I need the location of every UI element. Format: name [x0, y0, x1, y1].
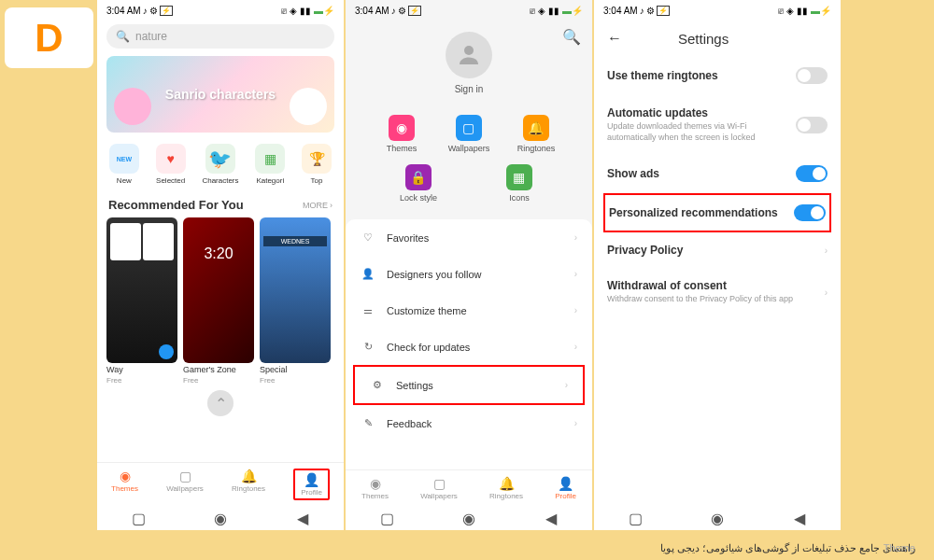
category-selected[interactable]: ♥ Selected [156, 144, 186, 185]
user-avatar[interactable] [446, 32, 492, 78]
theme-price: Free [106, 376, 177, 385]
signin-link[interactable]: Sign in [346, 84, 592, 94]
menu-designers[interactable]: 👤 Designers you follow › [346, 256, 592, 292]
chevron-right-icon: › [330, 201, 333, 210]
setting-auto-updates[interactable]: Automatic updates Update downloaded them… [607, 95, 828, 154]
grid-label: Themes [387, 144, 417, 153]
theme-card-gamer[interactable]: 3:20 Gamer's Zone Free [183, 217, 254, 385]
theme-price: Free [260, 376, 331, 385]
system-nav: ▢ ◉ ◀ [594, 506, 841, 530]
category-new[interactable]: NEW New [109, 144, 139, 185]
nav-wallpapers[interactable]: ▢ Wallpapers [420, 476, 458, 500]
nav-themes[interactable]: ◉ Themes [361, 476, 389, 500]
nav-themes[interactable]: ◉ Themes [111, 469, 138, 500]
category-kategori[interactable]: ▦ Kategori [255, 144, 285, 185]
back-icon[interactable]: ◀ [296, 511, 309, 525]
setting-withdrawal[interactable]: Withdrawal of consent Withdraw consent t… [607, 268, 828, 316]
toggle-switch[interactable] [796, 67, 828, 84]
setting-privacy[interactable]: Privacy Policy › [607, 232, 828, 268]
category-top[interactable]: 🏆 Top [302, 144, 332, 185]
back-icon[interactable]: ◀ [545, 511, 558, 525]
bottom-nav: ◉ Themes ▢ Wallpapers 🔔 Ringtones 👤 Prof… [97, 462, 344, 506]
gear-icon: ⚙ [646, 6, 655, 16]
nav-wallpapers[interactable]: ▢ Wallpapers [166, 469, 204, 500]
status-bar: 3:04 AM ♪ ⚙ ⚡ ⎚ ◈ ▮▮ ▬⚡ [594, 0, 841, 21]
home-icon[interactable]: ◉ [462, 511, 475, 525]
nav-label: Profile [555, 492, 576, 500]
search-input[interactable]: 🔍 nature [106, 24, 334, 49]
grid-lock[interactable]: 🔒 Lock style [385, 159, 451, 208]
grid-label: Icons [509, 193, 530, 203]
bottom-nav: ◉ Themes ▢ Wallpapers 🔔 Ringtones 👤 Prof… [346, 469, 592, 506]
setting-title: Use theme ringtones [607, 69, 796, 82]
scroll-up-button[interactable]: ⌃ [207, 390, 234, 416]
cast-icon: ⎚ [530, 6, 535, 16]
search-icon[interactable]: 🔍 [562, 28, 581, 46]
setting-theme-ringtones[interactable]: Use theme ringtones [607, 56, 828, 95]
menu-customize[interactable]: ⚌ Customize theme › [346, 292, 592, 329]
menu-feedback[interactable]: ✎ Feedback › [346, 405, 592, 441]
nav-profile[interactable]: 👤 Profile [555, 476, 576, 500]
refresh-icon: ↻ [361, 341, 375, 353]
profile-screen: 3:04 AM ♪ ⚙ ⚡ ⎚ ◈ ▮▮ ▬⚡ 🔍 Sign in ◉ Them… [346, 0, 592, 530]
nav-label: Themes [361, 492, 389, 500]
category-characters[interactable]: 🐦 Characters [202, 144, 238, 185]
back-button[interactable]: ← [607, 30, 622, 47]
toggle-switch[interactable] [796, 165, 828, 182]
menu-settings[interactable]: ⚙ Settings › [353, 365, 585, 405]
grid-wallpapers[interactable]: ▢ Wallpapers [435, 109, 502, 159]
toggle-switch[interactable] [794, 204, 826, 221]
chevron-right-icon: › [574, 269, 577, 279]
profile-icon: 👤 [558, 476, 573, 491]
theme-card-special[interactable]: WEDNES Special Free [260, 217, 331, 385]
recent-apps-icon[interactable]: ▢ [132, 511, 145, 525]
toggle-switch[interactable] [796, 117, 828, 133]
chevron-right-icon: › [574, 418, 577, 428]
theme-clock: 3:20 [183, 245, 254, 262]
themes-row: Way Free 3:20 Gamer's Zone Free WEDNES S… [97, 217, 344, 385]
more-link[interactable]: MORE › [303, 201, 333, 210]
status-time: 3:04 AM [355, 6, 389, 16]
setting-title: Withdrawal of consent [607, 279, 825, 292]
setting-title: Personalized recommendations [609, 206, 794, 219]
home-icon[interactable]: ◉ [214, 511, 227, 525]
setting-personalized[interactable]: Personalized recommendations [603, 193, 831, 232]
setting-title: Automatic updates [607, 106, 796, 119]
search-placeholder: nature [135, 30, 167, 43]
bell-icon: 🔔 [499, 476, 515, 491]
theme-name: Way [106, 365, 177, 374]
menu-label: Customize theme [387, 305, 467, 316]
bell-icon: 🔔 [241, 469, 257, 483]
menu-updates[interactable]: ↻ Check for updates › [346, 329, 592, 365]
theme-card-way[interactable]: Way Free [106, 217, 177, 385]
grid-themes[interactable]: ◉ Themes [368, 109, 434, 159]
themes-icon: ◉ [120, 469, 131, 483]
person-icon [455, 41, 483, 69]
battery-icon: ▬⚡ [562, 6, 583, 16]
menu-label: Favorites [387, 232, 429, 244]
status-bar: 3:04 AM ♪ ⚙ ⚡ ⎚ ◈ ▮▮ ▬⚡ [97, 0, 344, 21]
category-row: NEW New ♥ Selected 🐦 Characters ▦ Katego… [97, 136, 344, 192]
gear-icon: ⚙ [398, 6, 406, 16]
home-icon[interactable]: ◉ [711, 511, 724, 525]
recent-apps-icon[interactable]: ▢ [380, 511, 393, 525]
menu-favorites[interactable]: ♡ Favorites › [346, 219, 592, 256]
back-icon[interactable]: ◀ [793, 511, 806, 525]
footer-label: Theme [884, 542, 915, 553]
featured-banner[interactable]: Sanrio characters [106, 56, 334, 133]
gear-icon: ⚙ [370, 379, 385, 391]
setting-show-ads[interactable]: Show ads [607, 154, 828, 193]
wifi-icon: ◈ [538, 6, 545, 16]
nav-ringtones[interactable]: 🔔 Ringtones [232, 469, 265, 500]
category-label: Selected [156, 176, 185, 185]
recent-apps-icon[interactable]: ▢ [629, 511, 642, 525]
footer-caption: راهنمای جامع حذف تبلیغات از گوشی‌های شیا… [660, 542, 915, 554]
section-title: Recommended For You [108, 198, 244, 212]
chevron-right-icon: › [825, 245, 828, 256]
grid-ringtones[interactable]: 🔔 Ringtones [502, 109, 569, 159]
svg-point-0 [464, 46, 474, 55]
nav-profile[interactable]: 👤 Profile [293, 469, 330, 500]
grid-icons[interactable]: ▦ Icons [486, 159, 552, 208]
nav-ringtones[interactable]: 🔔 Ringtones [489, 476, 523, 500]
cast-icon: ⎚ [281, 6, 287, 16]
